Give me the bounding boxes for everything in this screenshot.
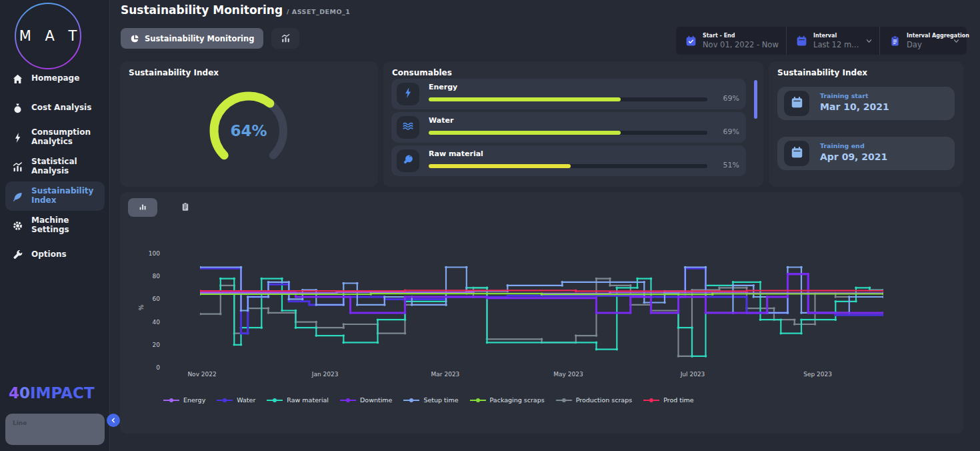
data-point: [506, 284, 509, 287]
progress-track: [429, 164, 707, 168]
legend-label: Downtime: [360, 396, 392, 404]
data-point: [240, 332, 243, 335]
legend-item-prod-time[interactable]: Prod time: [643, 396, 694, 404]
y-tick: 100: [129, 250, 160, 257]
y-tick: 20: [129, 342, 160, 348]
sidebar-item-label: Machine Settings: [31, 216, 102, 235]
consumable-icon-box: [397, 116, 419, 139]
control-value: Day: [907, 40, 947, 49]
legend-item-setup-time[interactable]: Setup time: [403, 396, 458, 404]
data-point: [677, 296, 680, 298]
data-point: [800, 332, 803, 335]
calendar-check-icon: [685, 35, 697, 47]
chart-view-button[interactable]: [271, 28, 299, 49]
legend-label: Raw material: [287, 396, 329, 404]
y-tick: 80: [129, 273, 160, 280]
data-point: [445, 266, 447, 269]
data-point: [295, 310, 297, 312]
legend-swatch: [339, 397, 357, 404]
progress-fill: [429, 164, 571, 168]
sidebar-item-options[interactable]: Options: [0, 240, 110, 270]
tab-sustainability-monitoring[interactable]: Sustainability Monitoring: [121, 28, 263, 49]
data-point: [233, 278, 235, 280]
data-point: [541, 338, 543, 340]
data-point: [342, 282, 345, 285]
sidebar-item-machine-settings[interactable]: Machine Settings: [0, 211, 110, 240]
data-point: [779, 332, 782, 335]
data-point: [834, 300, 837, 303]
sidebar-item-statistical-analysis[interactable]: Statistical Analysis: [0, 152, 110, 181]
chevron-left-icon: [110, 417, 117, 424]
data-point: [506, 294, 509, 297]
data-point: [609, 284, 611, 287]
data-point: [404, 318, 407, 321]
sidebar-item-homepage[interactable]: Homepage: [0, 64, 110, 93]
data-point: [807, 312, 809, 314]
data-point: [691, 326, 693, 329]
data-point: [800, 318, 803, 321]
logo-text: M A T: [14, 2, 82, 70]
data-point: [369, 292, 372, 295]
x-tick: Jul 2023: [681, 371, 705, 378]
data-point: [745, 290, 748, 292]
training-label: Training end: [820, 142, 865, 149]
data-point: [705, 355, 707, 358]
control-interval-aggregation[interactable]: Interval AggregationDay: [879, 27, 967, 55]
line-panel[interactable]: Line: [5, 414, 105, 445]
analytics-icon: [281, 33, 291, 43]
card-title: Consumables: [392, 68, 452, 77]
data-point: [636, 287, 639, 290]
data-point: [356, 304, 359, 306]
data-point: [834, 296, 837, 298]
data-point: [281, 310, 283, 312]
training-row-training-start: Training startMar 10, 2021: [777, 87, 955, 120]
data-point: [445, 304, 447, 306]
data-point: [281, 278, 283, 280]
data-point: [615, 348, 618, 351]
y-tick: 60: [129, 296, 160, 302]
data-point: [766, 312, 769, 314]
data-point: [287, 298, 290, 301]
sidebar-item-cost-analysis[interactable]: Cost Analysis: [0, 93, 110, 123]
data-point: [200, 313, 201, 316]
legend-item-energy[interactable]: Energy: [163, 396, 205, 404]
data-point: [404, 312, 407, 314]
data-point: [882, 296, 883, 298]
tab-label: Sustainability Monitoring: [145, 34, 254, 43]
data-point: [793, 318, 796, 321]
progress-percent: 51%: [723, 161, 739, 169]
legend-item-downtime[interactable]: Downtime: [339, 396, 392, 404]
sidebar-item-consumption-analytics[interactable]: Consumption Analytics: [0, 123, 110, 152]
data-point: [869, 287, 871, 290]
data-point: [759, 281, 762, 284]
legend-item-water[interactable]: Water: [216, 396, 255, 404]
sidebar-collapse-button[interactable]: [107, 414, 120, 427]
bar-chart-toolbar-button[interactable]: [128, 198, 157, 217]
water-icon: [402, 120, 414, 135]
data-point: [356, 282, 359, 285]
legend-item-production-scraps[interactable]: Production scraps: [555, 396, 632, 404]
control-label: Interval: [813, 33, 859, 39]
legend-label: Prod time: [663, 396, 694, 404]
x-tick: Jan 2023: [312, 371, 339, 378]
legend-item-packaging-scraps[interactable]: Packaging scraps: [469, 396, 545, 404]
scrollbar-thumb[interactable]: [754, 80, 757, 119]
data-point: [486, 297, 489, 300]
training-row-training-end: Training endApr 09, 2021: [777, 137, 955, 170]
consumables-card: Consumables Energy69%Water69%Raw materia…: [383, 61, 763, 187]
data-point: [787, 266, 789, 269]
legend-label: Packaging scraps: [490, 396, 545, 404]
control-start-end[interactable]: Start - EndNov 01, 2022 - Now: [676, 27, 786, 55]
data-point: [643, 302, 645, 304]
x-tick: Nov 2022: [187, 371, 216, 378]
data-point: [561, 281, 563, 284]
clipboard-toolbar-button[interactable]: [171, 198, 200, 217]
legend-item-raw-material[interactable]: Raw material: [266, 396, 329, 404]
data-point: [301, 298, 304, 301]
control-interval[interactable]: IntervalLast 12 mont: [786, 27, 879, 55]
sidebar-item-sustainability-index[interactable]: Sustainability Index: [5, 181, 105, 211]
control-label: Interval Aggregation: [907, 33, 947, 39]
data-point: [787, 296, 789, 298]
data-point: [745, 287, 748, 290]
gauge-value: 64%: [205, 87, 293, 175]
